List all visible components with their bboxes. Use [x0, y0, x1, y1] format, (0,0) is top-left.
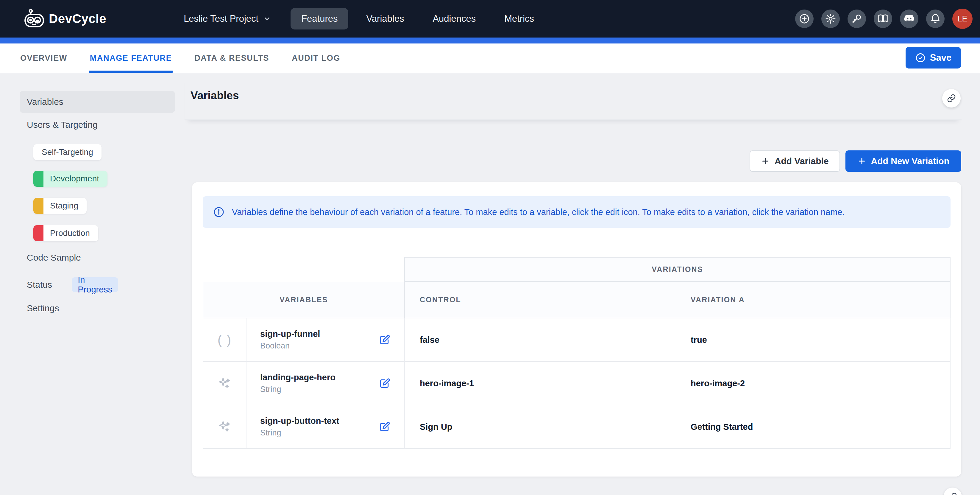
column-header-variation-a: VARIATION A — [690, 296, 745, 304]
variation-a-value[interactable]: Getting Started — [676, 405, 951, 448]
env-staging-label: Staging — [43, 201, 87, 210]
env-development-label: Development — [43, 174, 107, 183]
link-icon — [947, 94, 956, 103]
tab-data-results[interactable]: DATA & RESULTS — [194, 43, 269, 73]
plus-circle-icon — [799, 13, 810, 24]
nav-link-variables[interactable]: Variables — [355, 8, 415, 29]
variable-name-cell: sign-up-funnel Boolean — [247, 318, 405, 361]
status-badge[interactable]: In Progress — [72, 277, 118, 292]
tab-audit-log-label: AUDIT LOG — [292, 54, 340, 63]
sidebar-env-staging[interactable]: Staging — [33, 198, 87, 214]
save-button[interactable]: Save — [905, 47, 961, 68]
edit-variable-button[interactable] — [379, 377, 391, 389]
key-icon — [851, 13, 862, 24]
tab-manage-feature[interactable]: MANAGE FEATURE — [90, 43, 172, 73]
page-title: Variables — [191, 89, 239, 102]
project-name: Leslie Test Project — [184, 13, 258, 24]
nav-link-metrics[interactable]: Metrics — [493, 8, 545, 29]
variable-type: Boolean — [260, 341, 320, 350]
status-label: Status — [27, 280, 62, 290]
control-value[interactable]: hero-image-1 — [405, 362, 676, 405]
development-color-bar — [33, 171, 43, 187]
add-variable-button[interactable]: Add Variable — [749, 150, 840, 172]
variations-group-label: VARIATIONS — [652, 265, 703, 274]
control-value[interactable]: Sign Up — [405, 405, 676, 448]
sidebar-env-self-targeting[interactable]: Self-Targeting — [33, 144, 102, 160]
navbar-actions: LE — [795, 9, 972, 29]
variables-section-header: Variables — [185, 73, 961, 120]
boolean-type-icon: ( ) — [203, 318, 247, 361]
page-body: Variables Users & Targeting Self-Targeti… — [0, 73, 980, 495]
sidebar-status-row: Status In Progress — [27, 277, 118, 292]
next-section-link-button[interactable] — [943, 487, 962, 495]
env-self-targeting-label: Self-Targeting — [33, 147, 102, 157]
tab-data-results-label: DATA & RESULTS — [194, 54, 269, 63]
variables-card: Variables define the behaviour of each v… — [192, 182, 961, 476]
notifications-button[interactable] — [926, 10, 945, 28]
tab-audit-log[interactable]: AUDIT LOG — [292, 43, 340, 73]
api-keys-button[interactable] — [848, 10, 866, 28]
string-type-icon — [203, 405, 247, 448]
info-icon — [213, 206, 225, 218]
sidebar-item-variables[interactable]: Variables — [20, 91, 175, 113]
add-new-variation-button[interactable]: Add New Variation — [845, 150, 961, 172]
sidebar-item-users-targeting[interactable]: Users & Targeting — [20, 120, 175, 130]
brand-name: DevCycle — [49, 12, 106, 26]
control-value[interactable]: false — [405, 318, 676, 361]
plus-icon — [858, 157, 866, 166]
devcycle-robot-icon — [24, 8, 45, 29]
tab-overview[interactable]: OVERVIEW — [20, 43, 67, 73]
create-button[interactable] — [795, 10, 814, 28]
edit-variable-button[interactable] — [379, 334, 391, 346]
devcycle-logo[interactable]: DevCycle — [24, 8, 106, 29]
sidebar-item-settings-label: Settings — [27, 303, 59, 313]
variables-table: VARIATIONS VARIABLES CONTROL VARIATION A… — [203, 257, 951, 449]
sidebar-env-development[interactable]: Development — [33, 171, 107, 187]
settings-button[interactable] — [821, 10, 840, 28]
variation-a-value[interactable]: true — [676, 318, 951, 361]
info-banner: Variables define the behaviour of each v… — [203, 196, 951, 228]
variable-name: sign-up-button-text — [260, 416, 339, 426]
table-row: landing-page-hero String hero-image-1 he… — [203, 362, 951, 405]
column-header-control: CONTROL — [420, 296, 461, 304]
main-nav: Features Variables Audiences Metrics — [291, 8, 552, 29]
edit-pencil-icon — [379, 421, 391, 433]
sidebar-item-variables-label: Variables — [27, 97, 64, 107]
tab-manage-feature-label: MANAGE FEATURE — [90, 54, 172, 63]
project-selector[interactable]: Leslie Test Project — [184, 13, 271, 24]
variable-name: sign-up-funnel — [260, 329, 320, 339]
sidebar-item-settings[interactable]: Settings — [20, 303, 175, 313]
nav-link-features[interactable]: Features — [291, 8, 348, 29]
variable-name-cell: landing-page-hero String — [247, 362, 405, 405]
docs-button[interactable] — [874, 10, 892, 28]
edit-pencil-icon — [379, 334, 391, 346]
nav-link-audiences[interactable]: Audiences — [422, 8, 487, 29]
tab-overview-label: OVERVIEW — [20, 54, 67, 63]
link-icon — [948, 492, 958, 495]
sidebar-item-users-targeting-label: Users & Targeting — [27, 120, 98, 130]
user-avatar[interactable]: LE — [952, 9, 972, 29]
edit-variable-button[interactable] — [379, 421, 391, 433]
table-row: sign-up-button-text String Sign Up Getti… — [203, 405, 951, 449]
gear-icon — [825, 13, 836, 24]
variable-name: landing-page-hero — [260, 372, 336, 382]
feature-sidebar: Variables Users & Targeting Self-Targeti… — [20, 73, 175, 495]
table-row: ( ) sign-up-funnel Boolean false true — [203, 318, 951, 362]
top-progress-bar — [0, 38, 980, 43]
sidebar-env-production[interactable]: Production — [33, 225, 98, 241]
variables-toolbar: Add Variable Add New Variation — [749, 150, 961, 172]
discord-button[interactable] — [900, 10, 918, 28]
save-button-label: Save — [930, 53, 951, 63]
docs-book-icon — [877, 13, 889, 24]
add-new-variation-label: Add New Variation — [871, 156, 949, 166]
variations-group-header: VARIATIONS — [404, 257, 951, 282]
active-tab-underline — [89, 71, 173, 73]
section-link-button[interactable] — [942, 89, 961, 108]
variation-a-value[interactable]: hero-image-2 — [676, 362, 951, 405]
sidebar-item-code-sample-label: Code Sample — [27, 253, 81, 263]
sidebar-item-code-sample[interactable]: Code Sample — [20, 253, 175, 263]
chevron-down-icon — [263, 15, 271, 22]
discord-icon — [903, 13, 915, 25]
variable-type: String — [260, 385, 336, 394]
main-content: Variables Add Variable Add New Variation… — [185, 73, 980, 495]
